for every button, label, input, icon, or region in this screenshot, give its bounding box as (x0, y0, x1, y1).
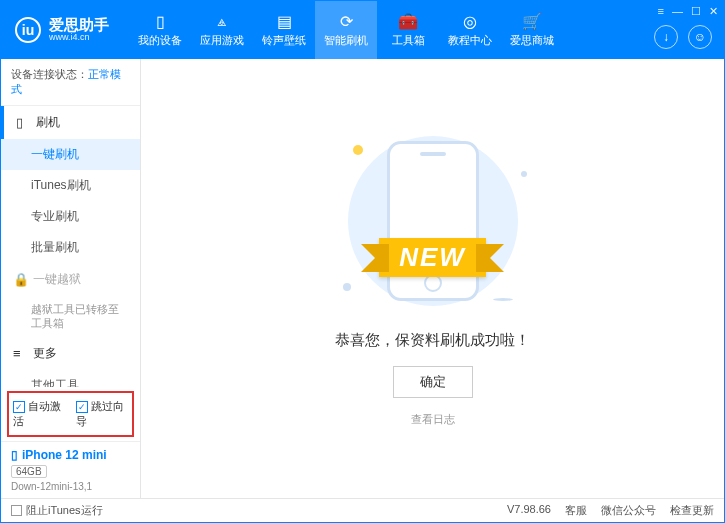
toolbox-icon: 🧰 (398, 12, 418, 30)
section-more[interactable]: ≡更多 (1, 337, 140, 370)
phone-illustration-icon (387, 141, 479, 301)
user-icon[interactable]: ☺ (688, 25, 712, 49)
sidebar-item-other-tools[interactable]: 其他工具 (1, 370, 140, 387)
menu-icon[interactable]: ≡ (658, 5, 664, 18)
nav-apps[interactable]: ⟁应用游戏 (191, 1, 253, 59)
sidebar-item-pro-flash[interactable]: 专业刷机 (1, 201, 140, 232)
wallpaper-icon: ▤ (277, 12, 292, 30)
nav-smart-flash[interactable]: ⟳智能刷机 (315, 1, 377, 59)
nav-tutorials[interactable]: ◎教程中心 (439, 1, 501, 59)
version-label: V7.98.66 (507, 503, 551, 518)
maximize-icon[interactable]: ☐ (691, 5, 701, 18)
device-firmware: Down-12mini-13,1 (11, 481, 130, 492)
compass-icon: ◎ (463, 12, 477, 30)
block-itunes-label: 阻止iTunes运行 (26, 503, 103, 518)
section-flash[interactable]: ▯刷机 (1, 106, 140, 139)
app-title: 爱思助手 (49, 17, 109, 34)
lock-icon: 🔒 (13, 272, 27, 287)
top-nav: ▯我的设备 ⟁应用游戏 ▤铃声壁纸 ⟳智能刷机 🧰工具箱 ◎教程中心 🛒爱思商城 (129, 1, 563, 59)
phone-small-icon: ▯ (16, 115, 30, 130)
footer-link-support[interactable]: 客服 (565, 503, 587, 518)
more-icon: ≡ (13, 346, 27, 361)
logo-area: iu 爱思助手 www.i4.cn (1, 17, 123, 43)
cart-icon: 🛒 (522, 12, 542, 30)
phone-tiny-icon: ▯ (11, 448, 18, 462)
sidebar-item-oneclick-flash[interactable]: 一键刷机 (1, 139, 140, 170)
footer: 阻止iTunes运行 V7.98.66 客服 微信公众号 检查更新 (1, 498, 724, 522)
success-illustration: NEW (323, 131, 543, 311)
device-storage: 64GB (11, 465, 47, 478)
apps-icon: ⟁ (217, 12, 227, 30)
nav-ringtones[interactable]: ▤铃声壁纸 (253, 1, 315, 59)
sidebar-item-batch-flash[interactable]: 批量刷机 (1, 232, 140, 263)
section-jailbreak: 🔒一键越狱 (1, 263, 140, 296)
checkbox-skip-guide[interactable]: ✓跳过向导 (76, 399, 129, 429)
logo-icon: iu (15, 17, 41, 43)
window-controls: ≡ — ☐ ✕ (658, 5, 718, 18)
ok-button[interactable]: 确定 (393, 366, 473, 398)
jailbreak-note: 越狱工具已转移至 工具箱 (1, 296, 140, 337)
footer-link-wechat[interactable]: 微信公众号 (601, 503, 656, 518)
sidebar: 设备连接状态：正常模式 ▯刷机 一键刷机 iTunes刷机 专业刷机 批量刷机 … (1, 59, 141, 498)
close-icon[interactable]: ✕ (709, 5, 718, 18)
nav-store[interactable]: 🛒爱思商城 (501, 1, 563, 59)
new-ribbon: NEW (379, 238, 486, 277)
checkbox-auto-activate[interactable]: ✓自动激活 (13, 399, 66, 429)
refresh-icon: ⟳ (340, 12, 353, 30)
checkbox-block-itunes[interactable] (11, 505, 22, 516)
view-log-link[interactable]: 查看日志 (411, 412, 455, 427)
device-status: 设备连接状态：正常模式 (1, 59, 140, 106)
connected-device[interactable]: ▯iPhone 12 mini 64GB Down-12mini-13,1 (1, 441, 140, 498)
nav-my-device[interactable]: ▯我的设备 (129, 1, 191, 59)
flash-options-highlight: ✓自动激活 ✓跳过向导 (7, 391, 134, 437)
minimize-icon[interactable]: — (672, 5, 683, 18)
download-icon[interactable]: ↓ (654, 25, 678, 49)
phone-icon: ▯ (156, 12, 165, 30)
app-url: www.i4.cn (49, 33, 109, 43)
nav-toolbox[interactable]: 🧰工具箱 (377, 1, 439, 59)
header-right: ↓ ☺ (654, 25, 712, 49)
main-content: NEW 恭喜您，保资料刷机成功啦！ 确定 查看日志 (141, 59, 724, 498)
success-message: 恭喜您，保资料刷机成功啦！ (335, 331, 530, 350)
app-header: iu 爱思助手 www.i4.cn ▯我的设备 ⟁应用游戏 ▤铃声壁纸 ⟳智能刷… (1, 1, 724, 59)
sidebar-item-itunes-flash[interactable]: iTunes刷机 (1, 170, 140, 201)
footer-link-update[interactable]: 检查更新 (670, 503, 714, 518)
